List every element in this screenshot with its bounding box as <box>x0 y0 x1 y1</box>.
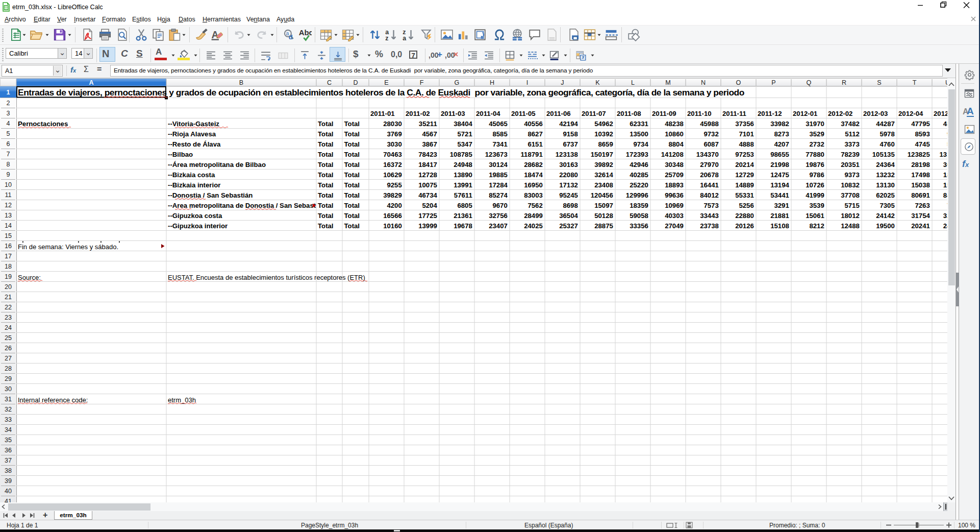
svg-text:8585: 8585 <box>492 130 507 138</box>
svg-text:53441: 53441 <box>770 191 789 199</box>
svg-text:5347: 5347 <box>457 140 472 148</box>
svg-text:Total: Total <box>318 212 334 220</box>
svg-text:4745: 4745 <box>915 140 929 148</box>
svg-text:12728: 12728 <box>418 171 437 179</box>
svg-text:98655: 98655 <box>770 151 789 158</box>
svg-text:10: 10 <box>5 181 12 188</box>
svg-text:3373: 3373 <box>844 140 859 148</box>
svg-text:Total: Total <box>344 140 360 148</box>
svg-text:13: 13 <box>5 212 12 219</box>
svg-text:17284: 17284 <box>489 181 508 189</box>
svg-text:T: T <box>913 79 917 86</box>
svg-text:27049: 27049 <box>665 222 684 230</box>
svg-text:2012-04: 2012-04 <box>898 110 923 117</box>
svg-text:18359: 18359 <box>630 202 648 209</box>
svg-text:8627: 8627 <box>527 130 542 138</box>
svg-text:--Resto de Álava: --Resto de Álava <box>168 140 221 148</box>
svg-text:84433: 84433 <box>943 191 947 199</box>
svg-text:2011-01: 2011-01 <box>370 110 395 117</box>
svg-text:3867: 3867 <box>422 140 437 148</box>
svg-text:129996: 129996 <box>626 191 648 199</box>
svg-text:Total: Total <box>344 202 360 209</box>
svg-text:25220: 25220 <box>630 181 648 189</box>
svg-text:37482: 37482 <box>841 120 860 128</box>
svg-text:11: 11 <box>5 191 11 199</box>
svg-text:84012: 84012 <box>700 191 719 199</box>
svg-text:2012-02: 2012-02 <box>828 110 852 117</box>
svg-text:12: 12 <box>5 202 12 209</box>
svg-text:41999: 41999 <box>806 191 824 199</box>
svg-text:42194: 42194 <box>559 120 578 128</box>
svg-text:172393: 172393 <box>626 151 648 158</box>
svg-text:16950: 16950 <box>524 181 543 189</box>
svg-text:39892: 39892 <box>594 161 613 168</box>
svg-text:48238: 48238 <box>665 120 684 128</box>
svg-text:33356: 33356 <box>630 222 648 230</box>
svg-text:37356: 37356 <box>735 120 754 128</box>
svg-text:Total: Total <box>318 202 334 209</box>
svg-text:2732: 2732 <box>809 140 824 148</box>
svg-text:d: d <box>289 33 293 41</box>
svg-text:18474: 18474 <box>524 171 543 179</box>
svg-text:O: O <box>736 79 741 86</box>
svg-text:83003: 83003 <box>524 191 543 199</box>
svg-text:19678: 19678 <box>454 222 472 230</box>
svg-text:21998: 21998 <box>770 161 789 168</box>
svg-text:28030: 28030 <box>383 120 402 128</box>
svg-text:7573: 7573 <box>703 202 718 209</box>
svg-text:85274: 85274 <box>489 191 508 199</box>
svg-text:123825: 123825 <box>908 151 930 158</box>
svg-text:8804: 8804 <box>668 140 684 148</box>
svg-text:24364: 24364 <box>876 161 895 168</box>
svg-text:15038: 15038 <box>911 181 930 189</box>
svg-text:42946: 42946 <box>630 161 648 168</box>
svg-text:22880: 22880 <box>735 212 754 220</box>
svg-text:78239: 78239 <box>841 151 860 158</box>
svg-text:2012-05: 2012-05 <box>934 110 947 117</box>
svg-text:26: 26 <box>5 345 12 352</box>
svg-text:9255: 9255 <box>387 181 401 189</box>
svg-text:29: 29 <box>5 375 12 382</box>
svg-text:62331: 62331 <box>630 120 648 128</box>
svg-text:23407: 23407 <box>489 222 508 230</box>
svg-text:17132: 17132 <box>559 181 578 189</box>
svg-text:--Gipuzkoa costa: --Gipuzkoa costa <box>168 212 222 220</box>
svg-text:3769: 3769 <box>387 130 401 138</box>
svg-text:33982: 33982 <box>770 120 789 128</box>
svg-text:A: A <box>89 79 93 86</box>
svg-text:2: 2 <box>6 100 10 107</box>
svg-text:10726: 10726 <box>806 181 824 189</box>
svg-text:7: 7 <box>6 151 10 158</box>
svg-text:13890: 13890 <box>454 171 472 179</box>
svg-text:10160: 10160 <box>383 222 402 230</box>
svg-text:95245: 95245 <box>559 191 578 199</box>
svg-text:K: K <box>595 79 600 86</box>
svg-text:8593: 8593 <box>915 130 929 138</box>
svg-text:16: 16 <box>5 243 12 250</box>
svg-text:14: 14 <box>5 222 12 229</box>
svg-text:--Donostia / San Sebastián: --Donostia / San Sebastián <box>168 191 253 199</box>
svg-text:5256: 5256 <box>739 202 753 209</box>
svg-text:45065: 45065 <box>489 120 508 128</box>
svg-text:13130: 13130 <box>876 181 895 189</box>
svg-text:16566: 16566 <box>383 212 402 220</box>
svg-text:32: 32 <box>5 406 12 413</box>
svg-text:4200: 4200 <box>387 202 401 209</box>
svg-text:8: 8 <box>6 161 10 168</box>
svg-text:17725: 17725 <box>418 212 437 220</box>
svg-text:24142: 24142 <box>876 212 895 220</box>
svg-text:6151: 6151 <box>527 140 542 148</box>
svg-text:44287: 44287 <box>876 120 895 128</box>
svg-text:22080: 22080 <box>559 171 578 179</box>
svg-text:118791: 118791 <box>521 151 543 158</box>
svg-text:10832: 10832 <box>841 181 860 189</box>
svg-text:2012-01: 2012-01 <box>793 110 817 117</box>
svg-text:108785: 108785 <box>450 151 472 158</box>
svg-text:10075: 10075 <box>418 181 437 189</box>
svg-text:23738: 23738 <box>700 222 719 230</box>
svg-text:37: 37 <box>5 457 12 464</box>
svg-text:55331: 55331 <box>735 191 754 199</box>
svg-text:62025: 62025 <box>876 191 895 199</box>
svg-text:19500: 19500 <box>876 222 895 230</box>
svg-text:13500: 13500 <box>630 130 648 138</box>
